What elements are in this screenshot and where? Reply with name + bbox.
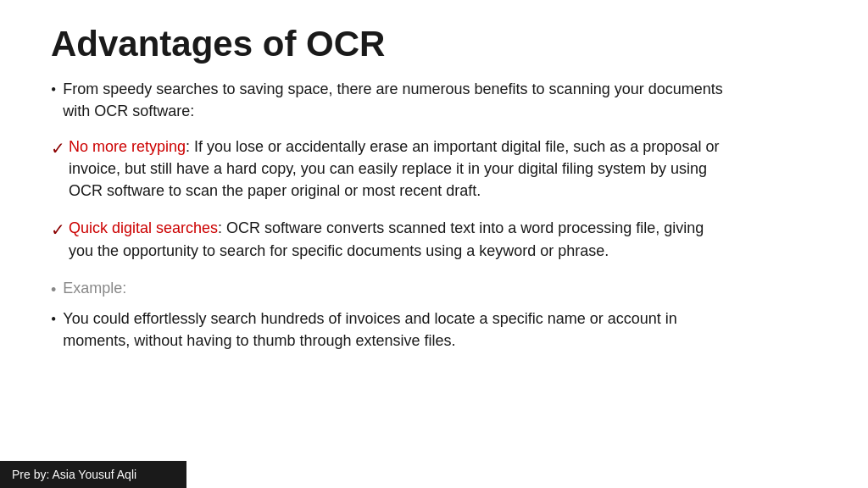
highlight-label-2: Quick digital searches	[69, 219, 218, 236]
intro-text: From speedy searches to saving space, th…	[63, 78, 729, 122]
check-content-2: Quick digital searches: OCR software con…	[69, 217, 729, 261]
intro-bullet-item: • From speedy searches to saving space, …	[51, 78, 729, 122]
footer-text: Pre by: Asia Yousuf Aqli	[12, 468, 136, 481]
checkmark-2: ✓	[51, 218, 65, 241]
main-content: Advantages of OCR • From speedy searches…	[0, 0, 780, 382]
bullet-dot-example: •	[51, 279, 56, 301]
checkmark-1: ✓	[51, 136, 65, 160]
final-bullet-item: • You could effortlessly search hundreds…	[51, 308, 729, 352]
check-section-1: ✓ No more retyping: If you lose or accid…	[51, 136, 729, 202]
final-bullet-text: You could effortlessly search hundreds o…	[63, 308, 729, 352]
page-title: Advantages of OCR	[51, 24, 729, 64]
check-section-2: ✓ Quick digital searches: OCR software c…	[51, 217, 729, 261]
bullet-dot-final: •	[51, 309, 56, 330]
example-label: Example:	[63, 277, 126, 299]
check-item-2: ✓ Quick digital searches: OCR software c…	[51, 217, 729, 261]
example-bullet-item: • Example:	[51, 277, 729, 301]
footer-bar: Pre by: Asia Yousuf Aqli	[0, 461, 186, 488]
bullet-dot-intro: •	[51, 80, 56, 101]
highlight-label-1: No more retyping	[69, 138, 186, 155]
check-item-1: ✓ No more retyping: If you lose or accid…	[51, 136, 729, 202]
check-content-1: No more retyping: If you lose or acciden…	[69, 136, 729, 202]
